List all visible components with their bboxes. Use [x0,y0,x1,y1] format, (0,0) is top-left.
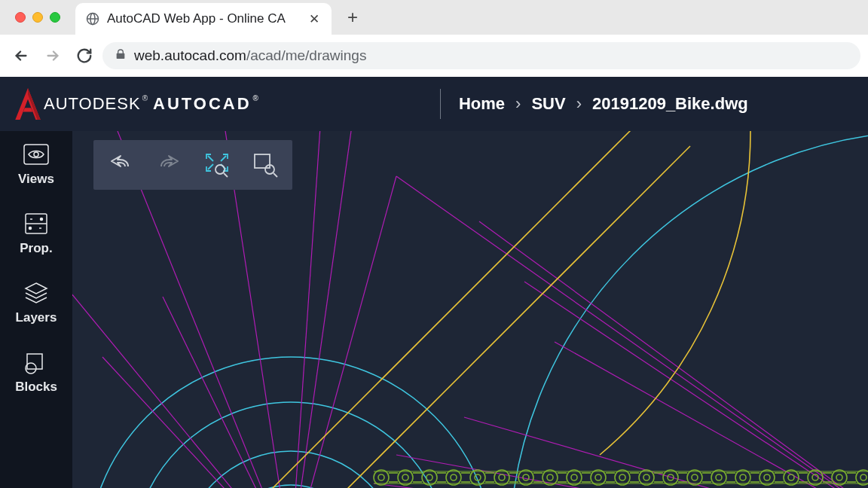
svg-point-91 [711,470,726,485]
browser-tab[interactable]: AutoCAD Web App - Online CA ✕ [75,3,332,35]
brand-company: AUTODESK® [44,94,148,114]
sidebar: Views Prop. Layers [0,131,72,488]
svg-point-56 [499,474,505,480]
svg-line-20 [291,131,321,488]
sidebar-label: Blocks [15,380,57,395]
svg-line-28 [555,342,868,488]
autocad-app: AUTODESK® AUTOCAD® Home › SUV › 20191209… [0,77,868,488]
svg-point-5 [29,227,32,230]
breadcrumb-file[interactable]: 20191209_Bike.dwg [592,94,748,114]
svg-point-72 [595,474,601,480]
svg-point-55 [494,470,509,485]
lock-icon [115,47,127,64]
browser-tab-bar: AutoCAD Web App - Online CA ✕ + [0,0,868,35]
svg-point-76 [619,474,625,480]
redo-button[interactable] [152,148,185,181]
svg-point-3 [34,152,38,157]
breadcrumb-home[interactable]: Home [459,94,505,114]
forward-button[interactable] [39,42,66,69]
svg-point-9 [215,165,225,174]
sidebar-item-layers[interactable]: Layers [0,280,72,325]
window-traffic-lights [15,12,60,23]
svg-point-107 [808,470,823,485]
svg-point-95 [735,470,750,485]
minimize-window-button[interactable] [32,12,43,23]
svg-point-35 [374,470,389,485]
svg-point-87 [687,470,702,485]
sidebar-item-properties[interactable]: Prop. [0,211,72,256]
canvas-toolbar [93,140,292,190]
chevron-right-icon: › [576,94,582,114]
redo-icon [155,151,182,178]
layers-icon [21,280,51,306]
svg-rect-2 [24,145,48,164]
svg-rect-7 [27,354,42,369]
svg-point-80 [643,474,649,480]
svg-point-40 [402,474,408,480]
close-tab-icon[interactable]: ✕ [309,11,319,27]
sidebar-label: Layers [16,310,57,325]
drawing-canvas[interactable] [72,131,868,488]
svg-point-15 [215,485,366,488]
sidebar-item-views[interactable]: Views [0,142,72,187]
zoom-window-button[interactable] [249,148,282,181]
svg-point-6 [41,218,43,221]
blocks-icon [21,349,51,375]
brand-logo[interactable]: AUTODESK® AUTOCAD® [12,87,261,121]
svg-point-96 [740,474,746,480]
svg-line-17 [72,221,291,488]
svg-point-68 [571,474,577,480]
svg-point-60 [523,474,529,480]
svg-point-92 [716,474,722,480]
properties-icon [21,211,51,236]
breadcrumb: Home › SUV › 20191209_Bike.dwg [440,89,748,119]
browser-address-bar: web.autocad.com/acad/me/drawings [0,35,868,77]
app-header: AUTODESK® AUTOCAD® Home › SUV › 20191209… [0,77,868,131]
svg-point-43 [422,470,437,485]
eye-icon [21,142,51,167]
svg-point-48 [451,474,457,480]
svg-line-33 [283,146,690,488]
globe-icon [86,12,99,26]
svg-line-23 [163,297,291,488]
svg-point-100 [764,474,770,480]
url-text: web.autocad.com/acad/me/drawings [134,47,366,64]
svg-point-88 [692,474,698,480]
zoom-window-icon [252,151,279,178]
browser-tab-title: AutoCAD Web App - Online CA [107,11,301,26]
svg-point-16 [509,131,868,488]
maximize-window-button[interactable] [50,12,60,23]
svg-point-111 [832,470,847,485]
svg-point-99 [760,470,775,485]
address-input[interactable]: web.autocad.com/acad/me/drawings [102,42,860,69]
svg-line-22 [291,131,351,488]
autodesk-logo-icon [12,87,44,121]
svg-point-36 [378,474,384,480]
svg-point-47 [446,470,461,485]
sidebar-label: Views [18,172,54,187]
sidebar-label: Prop. [20,241,52,256]
svg-point-104 [788,474,794,480]
svg-point-13 [133,402,449,488]
svg-point-116 [860,474,866,480]
brand-product: AUTOCAD® [153,94,261,114]
svg-point-12 [87,357,494,488]
svg-point-39 [398,470,413,485]
svg-point-112 [836,474,842,480]
undo-button[interactable] [104,148,137,181]
svg-point-64 [547,474,553,480]
new-tab-button[interactable]: + [342,7,363,28]
breadcrumb-folder[interactable]: SUV [531,94,565,114]
back-button[interactable] [8,42,35,69]
reload-button[interactable] [71,42,98,69]
close-window-button[interactable] [15,12,26,23]
svg-line-25 [396,176,868,488]
sidebar-item-blocks[interactable]: Blocks [0,349,72,395]
svg-point-67 [567,470,582,485]
svg-point-51 [470,470,485,485]
svg-point-71 [591,470,606,485]
chevron-right-icon: › [515,94,521,114]
svg-line-26 [479,221,868,488]
svg-line-27 [524,282,868,488]
zoom-extents-button[interactable] [200,148,234,181]
